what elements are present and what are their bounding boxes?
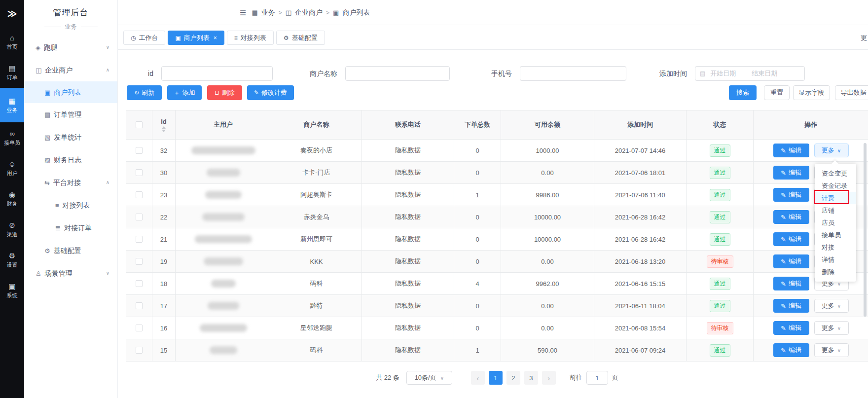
action-搜索-button[interactable]: 搜索: [729, 85, 757, 100]
edit-button[interactable]: ✎编辑: [773, 210, 809, 224]
row-balance-cell: 1000.00: [501, 140, 594, 161]
page-button-3[interactable]: 3: [524, 371, 538, 385]
filter-name-input[interactable]: [345, 66, 450, 81]
next-page-button[interactable]: ›: [542, 371, 556, 385]
row-merchant-name-cell: 码科: [271, 273, 362, 294]
row-checkbox[interactable]: [136, 347, 143, 354]
menu-item-接单员[interactable]: 接单员: [815, 229, 856, 241]
edit-button[interactable]: ✎编辑: [773, 343, 809, 357]
menu-item-资金记录[interactable]: 资金记录: [815, 180, 856, 192]
row-checkbox[interactable]: [136, 191, 143, 198]
toolbar-刷新-button[interactable]: ↻刷新: [127, 85, 162, 100]
rail-item-业务[interactable]: ▦业务: [0, 88, 24, 122]
link-arrows-icon: ⇆: [44, 179, 50, 186]
menu-item-删除[interactable]: 删除: [815, 266, 856, 278]
chevron-down-icon: ∨: [837, 303, 841, 309]
balance: 0.00: [541, 302, 553, 310]
sort-desc-icon[interactable]: [162, 130, 166, 132]
rail-item-渠道[interactable]: ⊘渠道: [0, 214, 24, 245]
menu-item-资金变更[interactable]: 资金变更: [815, 167, 856, 180]
menu-item-详情[interactable]: 详情: [815, 253, 856, 266]
sidebar-item-平台对接[interactable]: ⇆平台对接∧: [24, 171, 117, 194]
toolbar-删除-button[interactable]: ⊔删除: [207, 85, 242, 100]
rail-item-首页[interactable]: ⌂首页: [0, 27, 24, 57]
prev-page-button[interactable]: ‹: [471, 371, 485, 385]
filter-phone-input[interactable]: [520, 66, 626, 81]
rail-item-订单[interactable]: ▤订单: [0, 57, 24, 88]
select-all-checkbox[interactable]: [136, 121, 143, 128]
edit-button[interactable]: ✎编辑: [773, 277, 809, 290]
toolbar-添加-button[interactable]: ＋添加: [167, 85, 202, 100]
button-label: 显示字段: [799, 88, 825, 97]
tab-商户列表[interactable]: ▣商户列表×: [168, 31, 224, 45]
sidebar-item-场景管理[interactable]: ♙场景管理∨: [24, 262, 117, 285]
edit-button[interactable]: ✎编辑: [773, 321, 809, 335]
goto-page-input[interactable]: [586, 371, 608, 385]
row-checkbox[interactable]: [136, 236, 143, 243]
edit-button[interactable]: ✎编辑: [773, 188, 809, 202]
tab-基础配置[interactable]: ⚙基础配置: [276, 31, 325, 45]
rail-item-label: 首页: [7, 43, 18, 51]
page-button-1[interactable]: 1: [489, 371, 503, 385]
sidebar-item-对接列表[interactable]: ≡对接列表: [24, 194, 117, 217]
menu-item-店员[interactable]: 店员: [815, 217, 856, 229]
more-button[interactable]: 更多∨: [814, 144, 849, 157]
row-checkbox[interactable]: [136, 147, 143, 154]
more-button[interactable]: 更多∨: [814, 321, 849, 335]
breadcrumb-item[interactable]: 商户列表: [342, 8, 370, 17]
row-checkbox[interactable]: [136, 258, 143, 265]
app-logo-icon[interactable]: ≫: [0, 0, 24, 27]
more-button[interactable]: 更多∨: [814, 299, 849, 313]
rail-item-用户[interactable]: ☺用户: [0, 153, 24, 183]
breadcrumb-item[interactable]: 企业商户: [295, 8, 323, 17]
close-icon[interactable]: ×: [214, 35, 217, 41]
tab-对接列表[interactable]: ≡对接列表: [227, 31, 274, 45]
balance: 0.00: [541, 169, 553, 177]
sidebar-collapse-icon[interactable]: ☰: [240, 8, 246, 17]
tab-工作台[interactable]: ◷工作台: [123, 31, 165, 45]
sidebar-item-对接订单[interactable]: ≣对接订单: [24, 217, 117, 239]
menu-item-计费[interactable]: 计费: [815, 192, 856, 204]
button-label: 重置: [770, 88, 783, 97]
sidebar-item-商户列表[interactable]: ▣商户列表: [24, 81, 117, 103]
breadcrumb-item[interactable]: 业务: [261, 8, 275, 17]
tabs-more-button[interactable]: 更多: [861, 31, 868, 45]
toolbar-修改计费-button[interactable]: ✎修改计费: [247, 85, 294, 100]
sidebar-item-发单统计[interactable]: ▧发单统计: [24, 126, 117, 148]
sidebar-item-基础配置[interactable]: ⚙基础配置: [24, 239, 117, 262]
action-重置-button[interactable]: 重置: [764, 85, 790, 100]
page-size-select[interactable]: 10条/页 ∨: [406, 371, 452, 385]
edit-button[interactable]: ✎编辑: [773, 144, 809, 157]
chevron-down-icon: ∨: [440, 375, 444, 381]
row-checkbox[interactable]: [136, 302, 143, 309]
filter-id-input[interactable]: [161, 66, 273, 81]
sort-asc-icon[interactable]: [162, 126, 166, 129]
sidebar-item-企业商户[interactable]: ◫企业商户∧: [24, 59, 117, 81]
sidebar-item-跑腿[interactable]: ◈跑腿∨: [24, 36, 117, 59]
row-checkbox[interactable]: [136, 280, 143, 287]
edit-button[interactable]: ✎编辑: [773, 254, 809, 268]
vertical-scrollbar[interactable]: [864, 143, 867, 317]
header-id-sort[interactable]: Id: [161, 118, 167, 132]
sidebar-item-财务日志[interactable]: ▨财务日志: [24, 148, 117, 171]
rail-item-系统[interactable]: ▣系统: [0, 275, 24, 306]
edit-button[interactable]: ✎编辑: [773, 166, 809, 180]
row-checkbox[interactable]: [136, 169, 143, 176]
action-导出数据-button[interactable]: 导出数据: [835, 85, 868, 100]
filter-time-label: 添加时间: [631, 66, 687, 81]
sort-carets-icon[interactable]: [162, 126, 166, 132]
action-显示字段-button[interactable]: 显示字段: [793, 85, 830, 100]
date-range-picker[interactable]: ▤ 开始日期 结束日期: [695, 66, 805, 81]
page-button-2[interactable]: 2: [506, 371, 520, 385]
rail-item-财务[interactable]: ◉财务: [0, 183, 24, 214]
row-checkbox[interactable]: [136, 325, 143, 331]
more-button[interactable]: 更多∨: [814, 343, 849, 357]
rail-item-接单员[interactable]: ∞接单员: [0, 122, 24, 153]
sidebar-item-订单管理[interactable]: ▤订单管理: [24, 103, 117, 126]
row-checkbox[interactable]: [136, 214, 143, 220]
menu-item-店铺[interactable]: 店铺: [815, 204, 856, 217]
rail-item-设置[interactable]: ⚙设置: [0, 245, 24, 275]
edit-button[interactable]: ✎编辑: [773, 232, 809, 246]
menu-item-对接[interactable]: 对接: [815, 241, 856, 253]
edit-button[interactable]: ✎编辑: [773, 299, 809, 313]
